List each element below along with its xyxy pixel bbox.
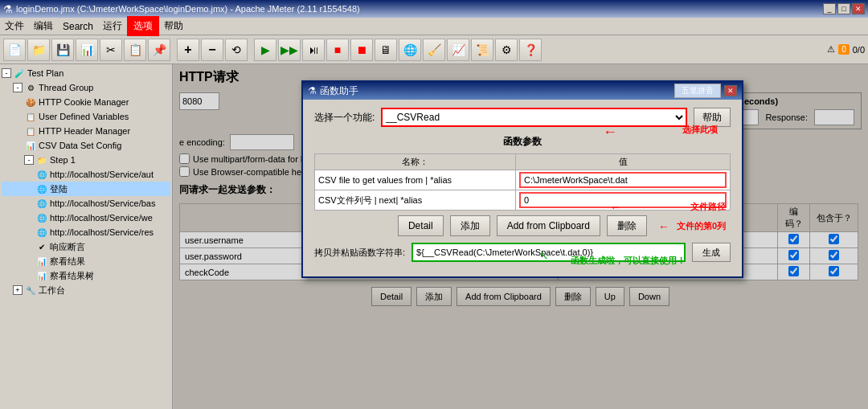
tree-node-service-res[interactable]: 🌐 http://localhost/Service/res [2,225,170,239]
main-layout: - 🧪 Test Plan - ⚙ Thread Group 🍪 HTTP Co… [0,64,868,409]
menu-file[interactable]: 文件 [0,18,29,35]
dialog-delete-button[interactable]: 删除 [607,215,647,236]
tree-node-csv-data[interactable]: 📊 CSV Data Set Config [2,138,170,153]
dialog-close-button[interactable]: ✕ [724,85,737,96]
toolbar-expand[interactable]: ⟲ [225,39,248,61]
toolbar-copy[interactable]: 📋 [124,39,146,61]
dialog-body: 选择一个功能: __CSVRead 帮助 选择此项 ← 函数参数 [303,100,742,276]
toolbar-remote[interactable]: 🖥 [375,39,397,61]
warning-count: 0 [838,44,850,55]
dialog-title-left: ⚗ 函数助手 [308,84,358,98]
tree-node-user-defined[interactable]: 📋 User Defined Variables [2,109,170,124]
function-helper-dialog: ⚗ 函数助手 五笔拼音 ✕ 选择一个功能: [301,80,743,278]
error-icon: ⚠ [827,44,835,55]
toolbar-cut[interactable]: ✂ [100,39,122,61]
dialog-title-bar: ⚗ 函数助手 五笔拼音 ✕ [303,82,742,100]
expand-step1[interactable]: - [24,155,34,165]
title-bar: ⚗ loginDemo.jmx (C:\JmeterWorkSpace\logi… [0,0,868,18]
toolbar-logs[interactable]: 📜 [471,39,493,61]
user-defined-icon: 📋 [24,110,37,123]
tree-node-http-cookie[interactable]: 🍪 HTTP Cookie Manager [2,95,170,109]
tree-node-workbench[interactable]: + 🔧 工作台 [2,283,170,297]
view-results-icon: 📊 [35,255,48,268]
menu-help[interactable]: 帮助 [159,18,188,35]
tree-label-step1: Step 1 [50,155,76,165]
close-button[interactable]: ✕ [852,3,865,14]
toolbar-play[interactable]: ▶ [254,39,276,61]
minimize-button[interactable]: _ [823,3,836,14]
toolbar-remove[interactable]: − [201,39,223,61]
maximize-button[interactable]: □ [837,3,850,14]
open-button[interactable]: 📁 [27,39,50,61]
dialog-title: 函数助手 [320,84,358,98]
dialog-add-from-clipboard-button[interactable]: Add from Clipboard [497,215,600,236]
tree-label-workbench: 工作台 [39,284,65,297]
menu-bar: 文件 编辑 Search 运行 选项 帮助 [0,18,868,35]
tree-label-http-header: HTTP Header Manager [39,126,130,136]
toolbar-remote2[interactable]: 🌐 [399,39,421,61]
tree-node-view-tree[interactable]: 📊 察看结果树 [2,268,170,283]
toolbar-help[interactable]: ❓ [519,39,542,61]
dialog-table-row-0: CSV file to get values from | *alias C:\… [315,170,731,190]
generate-button[interactable]: 生成 [692,243,731,262]
menu-search[interactable]: Search [58,19,98,34]
toolbar-play-no-pause[interactable]: ▶▶ [278,39,301,61]
tree-node-echo-test[interactable]: ✔ 响应断言 [2,239,170,254]
workbench-icon: 🔧 [24,284,37,297]
arrow-choose: ← [603,124,617,141]
expand-test-plan[interactable]: - [2,68,11,78]
app-title: loginDemo.jmx (C:\JmeterWorkSpace\loginD… [16,4,360,14]
select-label: 选择一个功能: [314,111,375,125]
service-we-icon: 🌐 [35,211,48,224]
tree-label-login: 登陆 [50,183,68,195]
step1-icon: 📁 [35,153,48,166]
toolbar-settings[interactable]: ⚙ [495,39,518,61]
error-count: 0/0 [853,45,865,55]
toolbar-stop[interactable]: ■ [326,39,349,61]
title-bar-controls: _ □ ✕ [823,3,865,14]
view-tree-icon: 📊 [35,269,48,282]
toolbar-btn4[interactable]: 📊 [76,39,98,61]
dialog-detail-button[interactable]: Detail [398,215,444,236]
tree-label-view-results: 察看结果 [50,256,85,268]
save-button[interactable]: 💾 [51,39,74,61]
title-bar-left: ⚗ loginDemo.jmx (C:\JmeterWorkSpace\logi… [3,3,360,15]
tree-node-test-plan[interactable]: - 🧪 Test Plan [2,66,170,80]
generate-label: 拷贝并粘贴函数字符串: [314,247,405,259]
menu-edit[interactable]: 编辑 [29,18,58,35]
expand-workbench[interactable]: + [13,285,23,295]
menu-options[interactable]: 选项 [127,16,159,36]
dialog-param-value-0[interactable]: C:\JmeterWorkSpace\t.dat [519,172,727,188]
csv-data-icon: 📊 [24,139,37,152]
chinese-input-bar: 五笔拼音 [674,84,721,98]
service-res-icon: 🌐 [35,226,48,239]
thread-group-icon: ⚙ [24,81,37,94]
dialog-col-value: 值 [516,154,731,170]
tree-node-step1[interactable]: - 📁 Step 1 [2,153,170,167]
tree-node-thread-group[interactable]: - ⚙ Thread Group [2,80,170,95]
http-header-icon: 📋 [24,125,37,137]
dialog-add-button[interactable]: 添加 [450,215,490,236]
arrow-filepath: ← [610,201,621,214]
echo-test-icon: ✔ [35,240,48,253]
tree-node-service-auth[interactable]: 🌐 http://localhost/Service/aut [2,167,170,182]
tree-label-view-tree: 察看结果树 [50,270,94,282]
toolbar-clear[interactable]: 🧹 [423,39,445,61]
expand-thread-group[interactable]: - [13,83,23,92]
toolbar-step[interactable]: ⏯ [302,39,325,61]
tree-node-http-header[interactable]: 📋 HTTP Header Manager [2,124,170,138]
toolbar-add[interactable]: + [177,39,199,61]
tree-node-service-bas[interactable]: 🌐 http://localhost/Service/bas [2,196,170,211]
tree-node-login[interactable]: 🌐 登陆 [2,182,170,196]
arrow-col0: ← [658,220,669,233]
app-container: ⚗ loginDemo.jmx (C:\JmeterWorkSpace\logi… [0,0,868,409]
toolbar-results[interactable]: 📈 [447,39,469,61]
tree-node-view-results[interactable]: 📊 察看结果 [2,254,170,268]
menu-run[interactable]: 运行 [98,18,127,35]
toolbar-paste[interactable]: 📌 [148,39,170,61]
new-button[interactable]: 📄 [3,39,26,61]
function-select[interactable]: __CSVRead [381,108,687,127]
tree-container: - 🧪 Test Plan - ⚙ Thread Group 🍪 HTTP Co… [0,64,172,299]
tree-node-service-we[interactable]: 🌐 http://localhost/Service/we [2,211,170,225]
toolbar-stop2[interactable]: ⏹ [350,39,373,61]
